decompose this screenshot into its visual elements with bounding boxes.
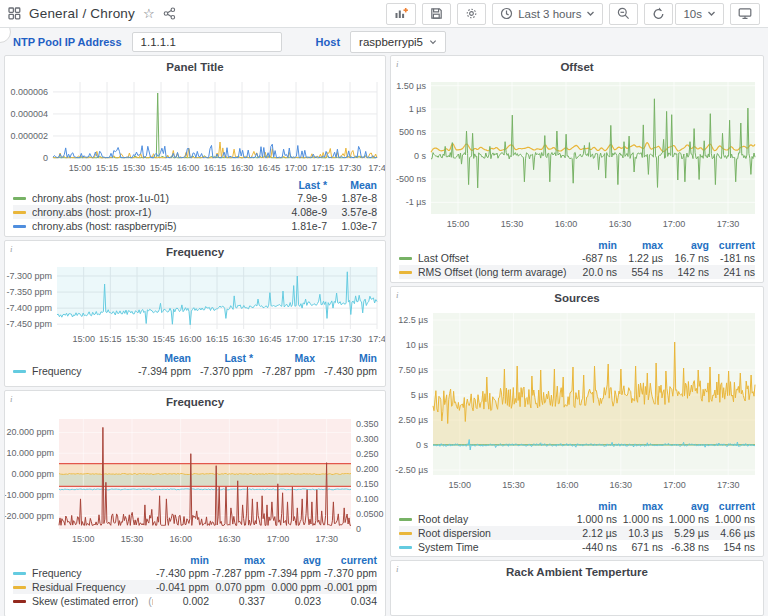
cycle-view-mode-button[interactable] [730, 3, 760, 25]
refresh-interval-picker[interactable]: 10s [675, 3, 724, 25]
offset-chart[interactable]: 1.50 µs1 µs500 ns0 s-500 ns-1 µs15:0015:… [391, 78, 763, 238]
panel-header[interactable]: i Frequency [5, 241, 385, 263]
series-stat-value: -7.287 ppm [253, 365, 315, 377]
svg-text:16:00: 16:00 [556, 480, 579, 490]
svg-text:17:4: 17:4 [368, 163, 385, 173]
add-panel-button[interactable] [386, 3, 416, 25]
svg-text:15:30: 15:30 [502, 480, 525, 490]
svg-text:0.000002: 0.000002 [10, 131, 48, 141]
info-icon[interactable]: i [10, 394, 13, 404]
info-icon[interactable]: i [396, 290, 399, 300]
ntp-pool-input[interactable] [132, 32, 282, 52]
series-color-swatch [399, 271, 412, 274]
svg-text:16:30: 16:30 [232, 334, 255, 344]
series-stat-value: 671 ns [617, 541, 663, 553]
legend-row[interactable]: Frequency-7.430 ppm-7.287 ppm-7.394 ppm-… [13, 566, 377, 580]
legend-row[interactable]: System Time-440 ns671 ns-6.38 ns154 ns [399, 540, 755, 554]
series-stat-value: 154 ns [709, 541, 755, 553]
offset-legend: minmaxavgcurrentLast Offset-687 ns1.22 µ… [391, 238, 763, 279]
svg-text:17:30: 17:30 [717, 480, 740, 490]
legend-row[interactable]: RMS Offset (long term avarage)20.0 ns554… [399, 265, 755, 279]
series-label: chrony.abs (host: prox-1u-01) [32, 192, 169, 204]
series-stat-value: -0.001 ppm [321, 581, 377, 593]
legend-row[interactable]: Root dispersion2.12 µs10.3 µs5.29 µs4.66… [399, 526, 755, 540]
dashboard-title: General / Chrony [29, 6, 135, 21]
panel-title-text: Offset [560, 61, 593, 73]
frequency-mid-legend: MeanLast *MaxMinFrequency-7.394 ppm-7.37… [5, 351, 385, 378]
svg-text:-500 ns: -500 ns [396, 174, 427, 184]
legend-row[interactable]: chrony.abs (host: raspberrypi5)1.81e-71.… [13, 219, 377, 233]
legend-row[interactable]: Last Offset-687 ns1.22 µs16.7 ns-181 ns [399, 251, 755, 265]
svg-text:0.150: 0.150 [356, 479, 379, 489]
panel-title-text: Frequency [166, 396, 224, 408]
svg-text:5 µs: 5 µs [411, 390, 429, 400]
svg-text:16:00: 16:00 [555, 219, 578, 229]
sources-chart[interactable]: 12.5 µs10 µs7.50 µs5 µs2.50 µs0 s-2.50 µ… [391, 309, 763, 499]
series-color-swatch [13, 586, 26, 589]
info-icon[interactable]: i [396, 59, 399, 69]
svg-text:0.100: 0.100 [356, 494, 379, 504]
dashboards-grid-icon[interactable] [8, 7, 21, 20]
dashboard-settings-button[interactable] [457, 3, 486, 25]
svg-text:15:00: 15:00 [72, 534, 95, 544]
svg-text:0.350: 0.350 [356, 419, 379, 429]
panel-header[interactable]: Panel Title [5, 56, 385, 78]
frequency-bottom-chart[interactable]: 20.000 ppm10.000 ppm0.000 ppm-10.000 ppm… [5, 413, 385, 553]
panel-header[interactable]: i Offset [391, 56, 763, 78]
series-stat-value: 0.000 ppm [265, 581, 321, 593]
panel-header[interactable]: i Sources [391, 287, 763, 309]
svg-text:16:00: 16:00 [169, 534, 192, 544]
legend-row[interactable]: Residual Frequency-0.041 ppm0.070 ppm0.0… [13, 580, 377, 594]
legend-row[interactable]: Skew (estimated error)(right-y)0.0020.33… [13, 594, 377, 608]
series-stat-value: -0.041 ppm [153, 581, 209, 593]
legend-row[interactable]: Root delay1.000 ns1.000 ns1.000 ns1.000 … [399, 512, 755, 526]
panel-title-text: Rack Ambient Temperture [506, 566, 648, 578]
series-label: Root dispersion [418, 527, 491, 539]
svg-text:20.000 ppm: 20.000 ppm [6, 427, 54, 437]
sources-legend: minmaxavgcurrentRoot delay1.000 ns1.000 … [391, 499, 763, 554]
panel-header[interactable]: i Frequency [5, 391, 385, 413]
svg-text:17:00: 17:00 [663, 219, 686, 229]
time-range-picker[interactable]: Last 3 hours [492, 3, 603, 25]
series-label: Frequency [32, 567, 82, 579]
series-stat-value: 7.9e-9 [277, 192, 327, 204]
panel-panel-title: Panel Title 0.0000060.0000040.000002015:… [4, 55, 386, 237]
share-icon[interactable] [163, 7, 176, 20]
svg-text:17:00: 17:00 [285, 163, 308, 173]
series-stat-value: 0.034 [321, 595, 377, 607]
panel-header[interactable]: i Rack Ambient Temperture [391, 561, 763, 583]
save-dashboard-button[interactable] [422, 3, 451, 25]
chevron-down-icon [707, 9, 716, 18]
svg-text:17:30: 17:30 [339, 163, 362, 173]
refresh-button[interactable] [644, 3, 673, 25]
svg-text:16:30: 16:30 [609, 219, 632, 229]
series-stat-value: 10.3 µs [617, 527, 663, 539]
svg-text:-2.50 µs: -2.50 µs [395, 465, 428, 475]
frequency-mid-chart[interactable]: -7.300 ppm-7.350 ppm-7.400 ppm-7.450 ppm… [5, 263, 385, 351]
panel-rack-ambient: i Rack Ambient Temperture [390, 560, 764, 616]
series-label: chrony.abs (host: raspberrypi5) [32, 220, 177, 232]
series-stat-value: 4.08e-9 [277, 206, 327, 218]
svg-text:15:45: 15:45 [150, 163, 173, 173]
series-stat-value: 0.023 [265, 595, 321, 607]
svg-text:16:30: 16:30 [218, 534, 241, 544]
panel-offset: i Offset 1.50 µs1 µs500 ns0 s-500 ns-1 µ… [390, 55, 764, 283]
zoom-out-button[interactable] [609, 3, 638, 25]
host-select[interactable]: raspberrypi5 [350, 31, 446, 53]
info-icon[interactable]: i [396, 564, 399, 574]
panel-title-chart[interactable]: 0.0000060.0000040.000002015:0015:1515:30… [5, 78, 385, 178]
svg-text:12.5 µs: 12.5 µs [398, 315, 428, 325]
legend-row[interactable]: chrony.abs (host: prox-1u-01)7.9e-91.87e… [13, 191, 377, 205]
host-select-value: raspberrypi5 [359, 36, 423, 48]
svg-text:-7.450 ppm: -7.450 ppm [6, 319, 52, 329]
legend-row[interactable]: Frequency-7.394 ppm-7.370 ppm-7.287 ppm-… [13, 364, 377, 378]
series-stat-value: -7.287 ppm [209, 567, 265, 579]
panel-title-text: Sources [554, 292, 599, 304]
series-label: Frequency [32, 365, 82, 377]
svg-text:0.000006: 0.000006 [10, 87, 48, 97]
star-icon[interactable]: ☆ [143, 7, 155, 20]
svg-text:16:30: 16:30 [231, 163, 254, 173]
series-stat-value: 0.337 [209, 595, 265, 607]
legend-row[interactable]: chrony.abs (host: prox-r1)4.08e-93.57e-8 [13, 205, 377, 219]
info-icon[interactable]: i [10, 244, 13, 254]
